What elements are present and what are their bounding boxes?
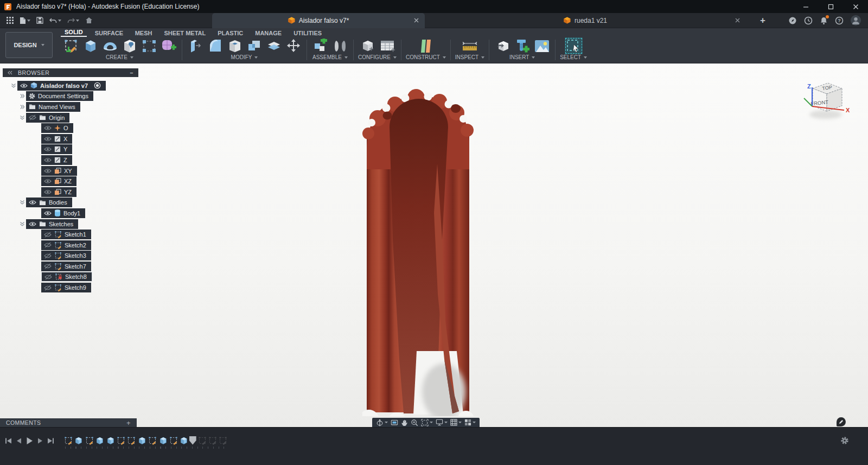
tab-close-icon[interactable] (412, 17, 420, 24)
comment-marker-icon[interactable] (837, 417, 846, 426)
browser-row-o[interactable]: O (3, 123, 138, 133)
timeline-feature-sketch[interactable] (148, 436, 157, 445)
eye-icon[interactable] (44, 168, 52, 174)
tab-utilities[interactable]: UTILITIES (290, 30, 326, 37)
eye-icon[interactable] (44, 179, 52, 184)
hole-button[interactable] (120, 37, 138, 54)
minimize-panel-icon[interactable]: – (130, 69, 133, 76)
eye-icon[interactable] (44, 136, 52, 142)
eye-icon[interactable] (44, 189, 52, 195)
zoom-icon[interactable] (411, 419, 418, 426)
chevron-expanded-icon[interactable] (18, 200, 26, 205)
minimize-button[interactable] (793, 0, 818, 13)
shell-button[interactable] (226, 37, 244, 54)
timeline-feature-extrude[interactable] (106, 436, 115, 445)
browser-row-origin[interactable]: Origin (3, 112, 138, 123)
home-icon[interactable] (83, 15, 95, 27)
group-label-create[interactable]: CREATE (106, 54, 133, 62)
eye-off-icon[interactable] (44, 274, 52, 280)
construct-plane-button[interactable] (417, 37, 435, 54)
browser-row-body1[interactable]: Body1 (3, 208, 138, 219)
file-menu-button[interactable] (17, 15, 33, 27)
document-tab-active[interactable]: Aislador falso v7* (212, 13, 425, 28)
create-form-button[interactable] (159, 37, 177, 54)
go-to-end-button[interactable] (47, 437, 54, 444)
model-aislador[interactable] (362, 77, 474, 416)
fit-icon[interactable] (421, 419, 433, 426)
timeline-feature-sketch-rolled-back[interactable] (219, 436, 227, 445)
group-label-select[interactable]: SELECT (560, 54, 587, 62)
chevron-expanded-icon[interactable] (18, 221, 26, 227)
new-component-button[interactable] (311, 37, 329, 54)
timeline-feature-extrude[interactable] (138, 436, 146, 445)
timeline-feature-sketch-rolled-back[interactable] (198, 436, 207, 445)
browser-row-xy[interactable]: XY (3, 165, 138, 176)
chevron-collapsed-icon[interactable] (18, 93, 26, 99)
configure-cube-button[interactable] (359, 37, 376, 54)
timeline-feature-sketch-rolled-back[interactable] (208, 436, 217, 445)
go-to-start-button[interactable] (5, 437, 12, 444)
timeline-playhead[interactable] (189, 436, 196, 445)
browser-row-bodies[interactable]: Bodies (3, 198, 138, 208)
model-3d-view[interactable]: BROWSER – Aislador falso v7Document Sett… (0, 63, 868, 427)
browser-row-sketches[interactable]: Sketches (3, 219, 138, 230)
chevron-collapsed-icon[interactable] (18, 104, 26, 110)
move-button[interactable] (284, 37, 302, 54)
browser-row-xz[interactable]: XZ (3, 176, 138, 187)
browser-header[interactable]: BROWSER – (3, 68, 138, 77)
browser-row-sketch1[interactable]: Sketch1 (3, 229, 138, 240)
browser-row-named-views[interactable]: Named Views (3, 101, 138, 112)
joint-button[interactable] (331, 37, 349, 54)
browser-row-sketch8[interactable]: Sketch8 (3, 272, 138, 283)
orbit-icon[interactable] (376, 419, 388, 426)
revolve-button[interactable] (101, 37, 119, 54)
pan-icon[interactable] (401, 419, 408, 426)
split-body-button[interactable] (265, 37, 283, 54)
eye-off-icon[interactable] (29, 114, 36, 120)
save-button[interactable] (34, 15, 46, 27)
collapse-panel-icon[interactable] (8, 69, 12, 76)
group-label-inspect[interactable]: INSPECT (455, 54, 484, 62)
tab-plastic[interactable]: PLASTIC (214, 30, 247, 37)
create-sketch-button[interactable] (62, 37, 80, 54)
activate-component-radio-icon[interactable] (94, 82, 101, 89)
group-label-modify[interactable]: MODIFY (231, 54, 258, 62)
eye-icon[interactable] (20, 83, 28, 88)
timeline-feature-extrude[interactable] (159, 436, 168, 445)
timeline-feature-extrude[interactable] (74, 436, 83, 445)
insert-derive-button[interactable] (494, 37, 512, 54)
browser-row-sketch2[interactable]: Sketch2 (3, 240, 138, 251)
eye-icon[interactable] (44, 125, 52, 131)
tab-sheet-metal[interactable]: SHEET METAL (160, 30, 209, 37)
extrude-button[interactable] (81, 37, 99, 54)
browser-row-sketch7[interactable]: Sketch7 (3, 261, 138, 272)
document-tab-inactive[interactable]: rueda1 v21 (425, 13, 746, 28)
redo-button[interactable] (65, 15, 81, 27)
close-button[interactable] (843, 0, 868, 13)
eye-off-icon[interactable] (44, 285, 52, 291)
viewports-icon[interactable] (464, 419, 476, 426)
timeline-feature-sketch[interactable] (169, 436, 178, 445)
browser-row-document-settings[interactable]: Document Settings (3, 91, 138, 102)
new-tab-button[interactable]: + (754, 15, 772, 26)
combine-button[interactable] (245, 37, 263, 54)
browser-row-sketch3[interactable]: Sketch3 (3, 251, 138, 262)
eye-icon[interactable] (29, 221, 36, 227)
notifications-icon[interactable] (820, 16, 828, 25)
browser-row-y[interactable]: Y (3, 144, 138, 155)
tab-close-icon[interactable] (733, 17, 741, 24)
job-status-icon[interactable] (804, 16, 813, 25)
group-label-construct[interactable]: CONSTRUCT (406, 54, 446, 62)
eye-icon[interactable] (29, 200, 36, 205)
eye-icon[interactable] (44, 157, 52, 163)
measure-button[interactable] (461, 37, 478, 54)
step-back-button[interactable] (16, 437, 22, 444)
comments-panel[interactable]: COMMENTS + (0, 418, 137, 427)
view-cube[interactable]: TOP FRONT Z X (797, 72, 850, 126)
pattern-button[interactable] (140, 37, 158, 54)
undo-button[interactable] (47, 15, 63, 27)
tab-mesh[interactable]: MESH (131, 30, 156, 37)
timeline-feature-sketch[interactable] (117, 436, 125, 445)
eye-off-icon[interactable] (44, 253, 52, 259)
browser-row-z[interactable]: Z (3, 155, 138, 165)
